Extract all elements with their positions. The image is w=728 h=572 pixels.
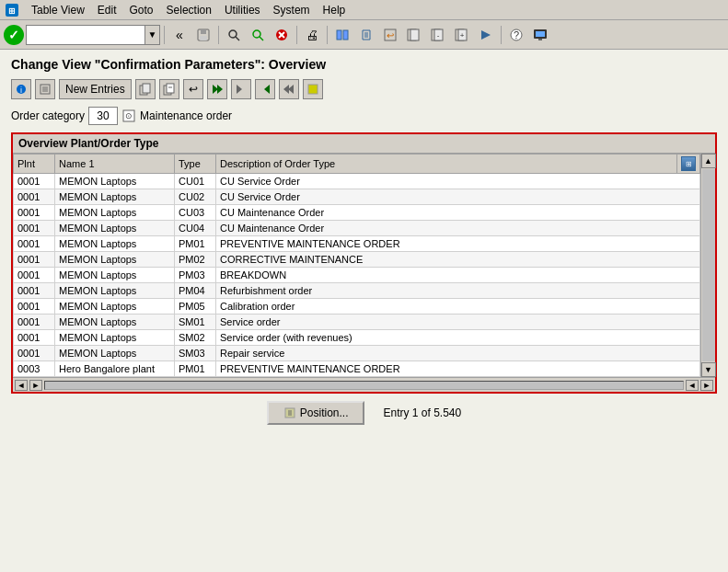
h-scroll-prev-btn[interactable]: ◄ xyxy=(686,380,699,391)
vertical-scrollbar[interactable]: ▲ ▼ xyxy=(700,154,715,377)
table-row[interactable]: 0001 MEMON Laptops SM01 Service order xyxy=(14,315,700,330)
cell-desc: CORRECTIVE MAINTENANCE xyxy=(216,252,700,268)
new-entries-label: New Entries xyxy=(65,83,125,96)
action-tb3[interactable] xyxy=(255,79,275,99)
menu-help[interactable]: Help xyxy=(318,2,352,18)
cell-desc: PREVENTIVE MAINTENANCE ORDER xyxy=(216,236,700,252)
tb6[interactable]: + xyxy=(451,24,473,46)
scroll-up-btn[interactable]: ▲ xyxy=(701,154,716,168)
sap-green-check[interactable]: ✓ xyxy=(4,25,24,45)
tb3[interactable]: ↩ xyxy=(379,24,401,46)
command-field-wrap: ▼ xyxy=(26,25,160,45)
cell-desc: BREAKDOWN xyxy=(216,268,700,283)
cell-desc: CU Service Order xyxy=(216,189,700,205)
cell-desc: Service order xyxy=(216,315,700,330)
cell-plnt: 0001 xyxy=(14,236,55,252)
cell-name: Hero Bangalore plant xyxy=(55,361,175,377)
table-row[interactable]: 0001 MEMON Laptops CU01 CU Service Order xyxy=(14,174,700,189)
table-row[interactable]: 0001 MEMON Laptops SM02 Service order (w… xyxy=(14,330,700,346)
menu-selection[interactable]: Selection xyxy=(161,2,217,18)
nav-first-btn[interactable]: « xyxy=(168,24,191,46)
svg-rect-41 xyxy=(143,84,150,93)
svg-rect-51 xyxy=(308,85,318,94)
action-tb5[interactable] xyxy=(303,79,323,99)
grid-icon[interactable]: ⊞ xyxy=(681,156,696,171)
table-row[interactable]: 0001 MEMON Laptops CU02 CU Service Order xyxy=(14,189,700,205)
save-btn[interactable] xyxy=(192,24,214,46)
svg-marker-50 xyxy=(283,85,289,94)
h-scroll-right-btn[interactable]: ► xyxy=(29,380,42,391)
menu-system[interactable]: System xyxy=(268,2,316,18)
cell-type: CU02 xyxy=(175,189,216,205)
page-title: Change View "Confirmation Parameters": O… xyxy=(11,57,717,72)
h-scroll-left-btn[interactable]: ◄ xyxy=(15,380,28,391)
table-row[interactable]: 0001 MEMON Laptops CU03 CU Maintenance O… xyxy=(14,205,700,221)
table-row[interactable]: 0001 MEMON Laptops PM01 PREVENTIVE MAINT… xyxy=(14,236,700,252)
menubar: ⊞ Table View Edit Goto Selection Utiliti… xyxy=(0,0,728,20)
table-header-row: Plnt Name 1 Type Description of Order Ty… xyxy=(14,154,700,174)
find-next-btn[interactable] xyxy=(247,24,269,46)
table-row[interactable]: 0001 MEMON Laptops PM03 BREAKDOWN xyxy=(14,268,700,283)
tb7[interactable] xyxy=(475,24,497,46)
menu-tableview[interactable]: Table View xyxy=(26,2,90,18)
action-tb2[interactable] xyxy=(231,79,251,99)
cell-name: MEMON Laptops xyxy=(55,205,175,221)
cell-type: PM02 xyxy=(175,252,216,268)
table-wrapper: Plnt Name 1 Type Description of Order Ty… xyxy=(13,154,715,377)
cell-plnt: 0003 xyxy=(14,361,55,377)
tb5[interactable]: - xyxy=(427,24,449,46)
cell-name: MEMON Laptops xyxy=(55,299,175,315)
action-toolbar: i New Entries ↩ xyxy=(11,79,717,99)
svg-text:i: i xyxy=(20,86,22,95)
table-row[interactable]: 0003 Hero Bangalore plant PM01 PREVENTIV… xyxy=(14,361,700,377)
action-icon2[interactable] xyxy=(35,79,55,99)
action-tb4[interactable] xyxy=(279,79,299,99)
tb2[interactable] xyxy=(355,24,377,46)
svg-marker-47 xyxy=(237,85,242,94)
help-btn[interactable]: ? xyxy=(505,24,527,46)
cell-desc: CU Maintenance Order xyxy=(216,221,700,236)
cell-type: PM01 xyxy=(175,236,216,252)
action-undo[interactable]: ↩ xyxy=(183,79,203,99)
table-row[interactable]: 0001 MEMON Laptops CU04 CU Maintenance O… xyxy=(14,221,700,236)
main-content: Change View "Confirmation Parameters": O… xyxy=(0,50,728,572)
h-scroll-track[interactable] xyxy=(44,381,684,390)
action-tb1[interactable] xyxy=(207,79,227,99)
table-row[interactable]: 0001 MEMON Laptops PM05 Calibration orde… xyxy=(14,299,700,315)
svg-text:⊞: ⊞ xyxy=(8,6,16,16)
action-icon1[interactable]: i xyxy=(11,79,31,99)
table-row[interactable]: 0001 MEMON Laptops PM04 Refurbishment or… xyxy=(14,283,700,299)
cell-plnt: 0001 xyxy=(14,252,55,268)
overview-header: Overview Plant/Order Type xyxy=(13,134,715,154)
order-cat-search-icon[interactable]: ⊙ xyxy=(121,109,136,123)
command-input[interactable] xyxy=(26,25,145,45)
tb1[interactable] xyxy=(331,24,353,46)
print-btn[interactable]: 🖨 xyxy=(301,24,323,46)
position-button[interactable]: Position... xyxy=(267,401,365,425)
menu-goto[interactable]: Goto xyxy=(124,2,159,18)
svg-text:?: ? xyxy=(514,29,519,40)
scroll-down-btn[interactable]: ▼ xyxy=(701,362,716,377)
action-edit[interactable] xyxy=(159,79,179,99)
svg-rect-21 xyxy=(410,29,419,40)
command-dropdown[interactable]: ▼ xyxy=(145,25,160,45)
h-scroll-next-btn[interactable]: ► xyxy=(700,380,713,391)
menu-utilities[interactable]: Utilities xyxy=(219,2,266,18)
action-copy[interactable] xyxy=(135,79,156,99)
new-entries-button[interactable]: New Entries xyxy=(59,79,132,99)
find-btn[interactable] xyxy=(223,24,245,46)
display-btn[interactable] xyxy=(529,24,551,46)
order-cat-input[interactable] xyxy=(88,107,118,125)
svg-rect-13 xyxy=(343,30,348,40)
col-header-icon[interactable]: ⊞ xyxy=(677,154,700,174)
cell-plnt: 0001 xyxy=(14,205,55,221)
tb4[interactable] xyxy=(403,24,425,46)
cell-type: CU03 xyxy=(175,205,216,221)
toolbar: ✓ ▼ « 🖨 ↩ - + ? xyxy=(0,20,728,50)
table-row[interactable]: 0001 MEMON Laptops PM02 CORRECTIVE MAINT… xyxy=(14,252,700,268)
scroll-track[interactable] xyxy=(702,169,715,361)
cancel-btn[interactable] xyxy=(271,24,293,46)
cell-type: SM01 xyxy=(175,315,216,330)
table-row[interactable]: 0001 MEMON Laptops SM03 Repair service xyxy=(14,346,700,361)
menu-edit[interactable]: Edit xyxy=(92,2,122,18)
